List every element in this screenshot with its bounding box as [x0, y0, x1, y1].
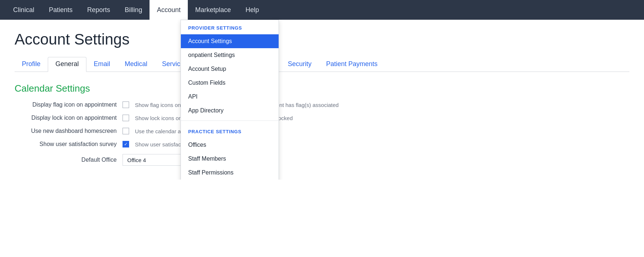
settings-row-flag: Display flag icon on appointment Show fl…	[15, 101, 629, 108]
provider-settings-header: PROVIDER SETTINGS	[181, 20, 279, 34]
survey-label: Show user satisfaction survey	[15, 141, 117, 147]
settings-row-dashboard: Use new dashboard homescreen Use the cal…	[15, 128, 629, 134]
default-office-value: Office 4	[127, 157, 146, 163]
dropdown-account-setup[interactable]: Account Setup	[181, 62, 279, 76]
dropdown-onpatient-settings[interactable]: onpatient Settings	[181, 48, 279, 62]
dropdown-account-settings[interactable]: Account Settings	[181, 34, 279, 48]
tab-patient-payments[interactable]: Patient Payments	[319, 57, 385, 72]
settings-row-lock: Display lock icon on appointment Show lo…	[15, 115, 629, 121]
calendar-settings-section: Calendar Settings Display flag icon on a…	[15, 83, 629, 166]
survey-checkbox[interactable]: ✓	[123, 141, 129, 147]
tab-email[interactable]: Email	[86, 57, 117, 72]
default-office-label: Default Office	[15, 157, 117, 163]
dashboard-label: Use new dashboard homescreen	[15, 128, 117, 134]
calendar-settings-title: Calendar Settings	[15, 83, 629, 94]
top-nav: Clinical Patients Reports Billing Accoun…	[0, 0, 644, 20]
tab-security[interactable]: Security	[280, 57, 319, 72]
lock-checkbox[interactable]	[123, 115, 129, 121]
dropdown-app-directory[interactable]: App Directory	[181, 104, 279, 118]
page-content: Account Settings Profile General Email M…	[0, 20, 644, 180]
tabs-row: Profile General Email Medical Services U…	[15, 57, 629, 72]
nav-account[interactable]: Account	[150, 0, 188, 20]
dashboard-checkbox[interactable]	[123, 128, 129, 134]
dropdown-custom-fields[interactable]: Custom Fields	[181, 76, 279, 90]
dropdown-offices[interactable]: Offices	[181, 138, 279, 152]
nav-clinical[interactable]: Clinical	[6, 0, 42, 20]
settings-row-survey: Show user satisfaction survey ✓ Show use…	[15, 141, 629, 147]
nav-reports[interactable]: Reports	[80, 0, 117, 20]
settings-row-default-office: Default Office Office 4 ▾ Default Office…	[15, 154, 629, 166]
page-title: Account Settings	[15, 31, 629, 48]
nav-billing[interactable]: Billing	[117, 0, 150, 20]
dropdown-api[interactable]: API	[181, 90, 279, 104]
practice-settings-header: PRACTICE SETTINGS	[181, 124, 279, 138]
tab-medical[interactable]: Medical	[117, 57, 155, 72]
dropdown-divider	[181, 120, 279, 121]
flag-checkbox[interactable]	[123, 101, 129, 108]
flag-label: Display flag icon on appointment	[15, 101, 117, 108]
dropdown-staff-members[interactable]: Staff Members	[181, 152, 279, 166]
nav-help[interactable]: Help	[238, 0, 266, 20]
dropdown-staff-permissions[interactable]: Staff Permissions	[181, 166, 279, 180]
tab-profile[interactable]: Profile	[15, 57, 48, 72]
nav-patients[interactable]: Patients	[42, 0, 80, 20]
nav-marketplace[interactable]: Marketplace	[188, 0, 238, 20]
lock-label: Display lock icon on appointment	[15, 115, 117, 121]
tab-general[interactable]: General	[48, 57, 86, 72]
account-dropdown: PROVIDER SETTINGS Account Settings onpat…	[181, 20, 279, 180]
